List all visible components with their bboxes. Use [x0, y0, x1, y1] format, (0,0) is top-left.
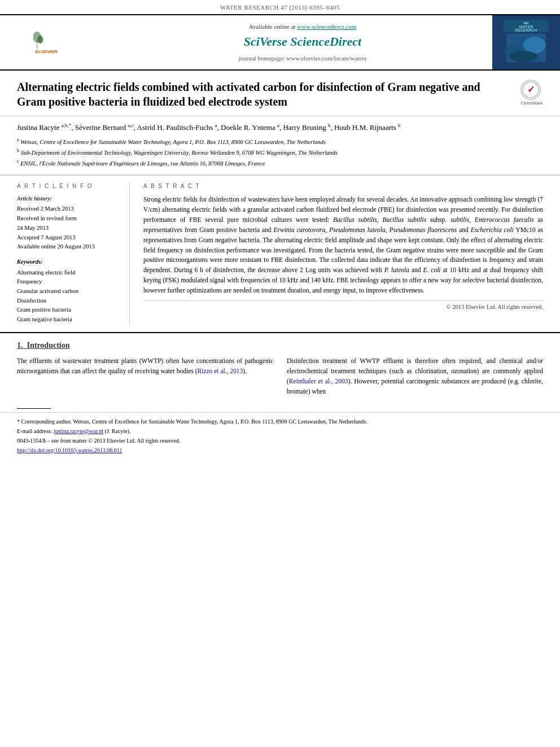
- article-title-section: Alternating electric fields combined wit…: [0, 71, 560, 116]
- keyword-6: Gram negative bacteria: [17, 316, 120, 324]
- history-online: Available online 20 August 2013: [17, 243, 120, 251]
- journal-header-text: WATER RESEARCH 47 (2013) 6395–6405: [220, 4, 340, 11]
- intro-col-right: Disinfection treatment of WWTP effluent …: [287, 356, 543, 396]
- elsevier-logo: ELSEVIER: [31, 28, 82, 56]
- affiliation-a: a Wetsus, Centre of Excellence for Susta…: [17, 137, 543, 146]
- footnote-corresponding: * Corresponding author. Wetsus, Centre o…: [17, 417, 543, 426]
- keyword-2: Frequency: [17, 278, 120, 286]
- history-revised-date: 24 May 2013: [17, 224, 120, 233]
- crossmark-icon: ✓: [520, 80, 541, 100]
- intro-heading: 1. Introduction: [17, 340, 543, 351]
- keyword-4: Disinfection: [17, 297, 120, 305]
- svg-point-12: [509, 51, 537, 62]
- rizzo-citation[interactable]: Rizzo et al., 2013: [198, 368, 243, 374]
- article-info: A R T I C L E I N F O Article history: R…: [17, 182, 130, 325]
- keywords-section: Keywords: Alternating electric field Fre…: [17, 258, 120, 324]
- affiliation-b: b Sub-Department of Environmental Techno…: [17, 147, 543, 157]
- intro-col-left: The effluents of wastewater treatment pl…: [17, 356, 273, 396]
- keyword-1: Alternating electric field: [17, 269, 120, 277]
- svg-point-2: [37, 36, 43, 43]
- journal-header: WATER RESEARCH 47 (2013) 6395–6405: [0, 0, 560, 15]
- svg-text:RESEARCH: RESEARCH: [515, 28, 537, 32]
- svg-text:ELSEVIER: ELSEVIER: [36, 50, 58, 55]
- keywords-heading: Keywords:: [17, 258, 120, 267]
- crossmark-badge[interactable]: ✓ CrossMark: [520, 80, 543, 102]
- article-title: Alternating electric fields combined wit…: [17, 80, 509, 109]
- authors-section: Justina Racyte a,b,*, Séverine Bernard a…: [0, 116, 560, 175]
- footnote-email: E-mail address: justina.racyte@wur.nl (J…: [17, 427, 543, 435]
- water-research-badge: IWA WATER RESEARCH: [492, 15, 560, 69]
- banner-center: Available online at www.sciencedirect.co…: [113, 15, 492, 69]
- footnote-issn: 0043-1354/$ – see front matter © 2013 El…: [17, 436, 543, 445]
- reinthaler-citation[interactable]: Reinthaler et al., 2003: [289, 378, 348, 385]
- history-heading: Article history:: [17, 195, 120, 203]
- available-text: Available online at www.sciencedirect.co…: [249, 23, 357, 31]
- sciencedirect-url[interactable]: www.sciencedirect.com: [297, 23, 356, 30]
- history-received: Received 2 March 2013: [17, 205, 120, 213]
- history-revised-label: Received in revised form: [17, 215, 120, 223]
- introduction-section: 1. Introduction The effluents of wastewa…: [0, 332, 560, 404]
- abstract-text: Strong electric fields for disinfection …: [143, 195, 543, 295]
- article-history: Article history: Received 2 March 2013 R…: [17, 195, 120, 251]
- affiliation-c: c ENSIL, l'Ecole Nationale Supérieure d'…: [17, 158, 543, 168]
- footnote-doi: http://dx.doi.org/10.1016/j.watres.2013.…: [17, 446, 543, 455]
- banner: ELSEVIER Available online at www.science…: [0, 15, 560, 71]
- keyword-3: Granular activated carbon: [17, 287, 120, 296]
- abstract-section: A B S T R A C T Strong electric fields f…: [143, 182, 543, 325]
- svg-text:✓: ✓: [527, 85, 535, 94]
- email-link[interactable]: justina.racyte@wur.nl: [54, 428, 103, 434]
- article-info-heading: A R T I C L E I N F O: [17, 182, 120, 190]
- footnote-divider: [17, 408, 51, 409]
- intro-text-left: The effluents of wastewater treatment pl…: [17, 356, 273, 377]
- crossmark-label: CrossMark: [520, 100, 543, 106]
- journal-homepage: journal homepage: www.elsevier.com/locat…: [238, 54, 366, 63]
- water-research-cover: IWA WATER RESEARCH: [504, 20, 549, 65]
- intro-columns: The effluents of wastewater treatment pl…: [17, 356, 543, 396]
- article-info-abstract: A R T I C L E I N F O Article history: R…: [0, 175, 560, 331]
- copyright-line: © 2013 Elsevier Ltd. All rights reserved…: [143, 300, 543, 312]
- footnote-area: * Corresponding author. Wetsus, Centre o…: [0, 412, 560, 462]
- abstract-heading: A B S T R A C T: [143, 182, 543, 190]
- doi-link[interactable]: http://dx.doi.org/10.1016/j.watres.2013.…: [17, 447, 122, 453]
- affiliations: a Wetsus, Centre of Excellence for Susta…: [17, 137, 543, 168]
- sciencedirect-title: SciVerse ScienceDirect: [244, 33, 361, 51]
- authors-line: Justina Racyte a,b,*, Séverine Bernard a…: [17, 122, 543, 133]
- history-accepted: Accepted 7 August 2013: [17, 234, 120, 242]
- intro-text-right: Disinfection treatment of WWTP effluent …: [287, 356, 543, 396]
- keyword-5: Gram positive bacteria: [17, 306, 120, 314]
- elsevier-logo-area: ELSEVIER: [0, 15, 113, 69]
